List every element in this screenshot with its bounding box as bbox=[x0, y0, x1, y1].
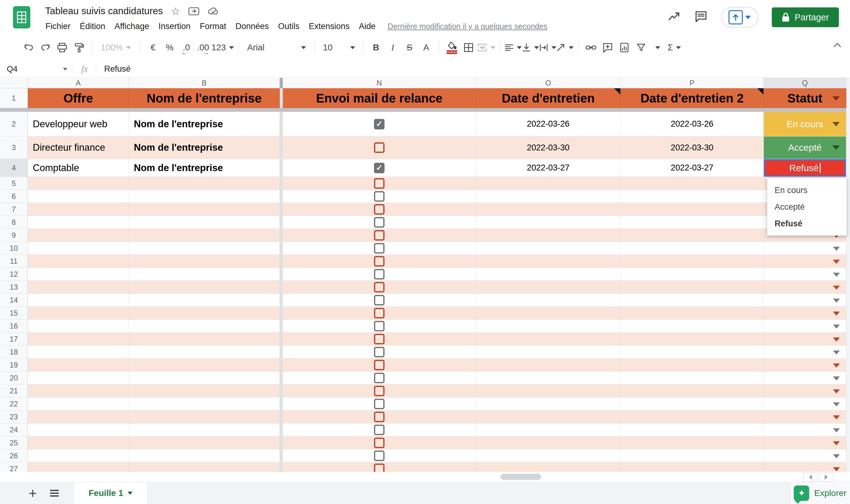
column-header-q[interactable]: Q bbox=[764, 78, 846, 88]
status-dropdown-icon[interactable] bbox=[833, 467, 840, 471]
cell-n14[interactable] bbox=[283, 294, 476, 307]
cell-n9[interactable] bbox=[283, 229, 476, 242]
cell-p15[interactable] bbox=[621, 307, 764, 320]
select-all-corner[interactable] bbox=[0, 78, 28, 88]
cell-o23[interactable] bbox=[476, 410, 621, 424]
cell-a10[interactable] bbox=[28, 242, 129, 255]
cell-o4[interactable]: 2022-03-27 bbox=[476, 159, 621, 177]
status-dropdown-icon[interactable] bbox=[833, 338, 840, 342]
relance-checkbox-row15[interactable] bbox=[374, 308, 384, 319]
cell-p10[interactable] bbox=[621, 242, 764, 255]
cell-a19[interactable] bbox=[28, 359, 129, 372]
relance-checkbox-row7[interactable] bbox=[374, 204, 384, 215]
cell-n15[interactable] bbox=[283, 307, 476, 320]
status-dropdown-icon[interactable] bbox=[833, 441, 840, 445]
cell-n12[interactable] bbox=[283, 268, 476, 281]
header-cell-4[interactable]: Date d'entretien bbox=[476, 88, 621, 108]
column-header-a[interactable]: A bbox=[28, 78, 129, 88]
cell-q12[interactable] bbox=[764, 268, 846, 281]
row-number-8[interactable]: 8 bbox=[0, 216, 28, 229]
menu-donnees[interactable]: Données bbox=[231, 20, 274, 33]
cell-a3[interactable]: Directeur finance bbox=[28, 137, 129, 159]
cell-p26[interactable] bbox=[621, 449, 764, 462]
spreadsheet-grid[interactable]: ABNOPQ1OffreNom de l'entrepriseEnvoi mai… bbox=[0, 78, 846, 472]
relance-checkbox-row23[interactable] bbox=[374, 412, 384, 422]
cell-b23[interactable] bbox=[129, 410, 280, 424]
relance-checkbox-row22[interactable] bbox=[374, 399, 384, 409]
sheet-tab-active[interactable]: Feuille 1 bbox=[74, 482, 147, 504]
status-dropdown-icon[interactable] bbox=[833, 428, 840, 432]
cell-q17[interactable] bbox=[764, 332, 846, 346]
row-number-18[interactable]: 18 bbox=[0, 346, 28, 359]
cell-b17[interactable] bbox=[129, 332, 280, 346]
cell-o11[interactable] bbox=[476, 255, 621, 268]
cell-b21[interactable] bbox=[129, 384, 280, 397]
cell-p7[interactable] bbox=[621, 203, 764, 216]
cell-n22[interactable] bbox=[283, 397, 476, 410]
explore-button[interactable]: ✦ Explorer bbox=[790, 482, 850, 504]
cell-a8[interactable] bbox=[28, 216, 129, 229]
cell-q20[interactable] bbox=[764, 372, 846, 384]
cell-b19[interactable] bbox=[129, 359, 280, 372]
relance-checkbox-row21[interactable] bbox=[374, 386, 384, 396]
relance-checkbox-row20[interactable] bbox=[374, 373, 384, 383]
relance-checkbox-row11[interactable] bbox=[374, 256, 384, 267]
cell-n17[interactable] bbox=[283, 332, 476, 346]
header-cell-1[interactable]: Offre bbox=[28, 88, 129, 108]
status-dropdown-icon[interactable] bbox=[833, 286, 840, 290]
relance-checkbox-row14[interactable] bbox=[374, 295, 384, 305]
text-color-button[interactable]: A bbox=[418, 39, 435, 56]
cell-a13[interactable] bbox=[28, 281, 129, 294]
cell-b26[interactable] bbox=[129, 449, 280, 462]
row-number-20[interactable]: 20 bbox=[0, 372, 28, 384]
cell-n10[interactable] bbox=[283, 242, 476, 255]
status-dropdown-icon[interactable] bbox=[833, 363, 840, 367]
cell-q4[interactable]: Refusé bbox=[764, 159, 846, 177]
menu-affichage[interactable]: Affichage bbox=[110, 20, 154, 33]
cloud-saved-icon[interactable] bbox=[207, 6, 220, 16]
cell-n4[interactable]: ✓ bbox=[283, 159, 476, 177]
row-number-12[interactable]: 12 bbox=[0, 268, 28, 281]
relance-checkbox-row24[interactable] bbox=[374, 425, 384, 435]
header-cell-5[interactable]: Date d'entretien 2 bbox=[621, 88, 764, 108]
cell-o5[interactable] bbox=[476, 177, 621, 190]
cell-n27[interactable] bbox=[283, 462, 476, 472]
format-percent-button[interactable]: % bbox=[161, 39, 178, 56]
relance-checkbox-row3[interactable] bbox=[374, 142, 384, 153]
row-number-10[interactable]: 10 bbox=[0, 242, 28, 255]
cell-n21[interactable] bbox=[283, 384, 476, 397]
relance-checkbox-row18[interactable] bbox=[374, 347, 384, 357]
version-history-icon[interactable] bbox=[668, 11, 681, 23]
paint-format-button[interactable] bbox=[70, 39, 87, 56]
insert-link-button[interactable] bbox=[583, 39, 599, 56]
cell-o20[interactable] bbox=[476, 372, 621, 384]
header-cell-6[interactable]: Statut bbox=[764, 88, 846, 108]
row-number-27[interactable]: 27 bbox=[0, 462, 28, 472]
cell-q26[interactable] bbox=[764, 449, 846, 462]
cell-n18[interactable] bbox=[283, 346, 476, 359]
bold-button[interactable]: B bbox=[368, 39, 384, 56]
share-button[interactable]: Partager bbox=[772, 7, 839, 27]
borders-button[interactable] bbox=[460, 39, 477, 56]
cell-a26[interactable] bbox=[28, 449, 129, 462]
cell-n5[interactable] bbox=[283, 177, 476, 190]
fill-color-button[interactable] bbox=[444, 39, 460, 56]
cell-q18[interactable] bbox=[764, 346, 846, 359]
row-number-19[interactable]: 19 bbox=[0, 359, 28, 372]
relance-checkbox-row10[interactable] bbox=[374, 243, 384, 254]
hidden-columns-divider[interactable] bbox=[280, 78, 283, 88]
cell-p11[interactable] bbox=[621, 255, 764, 268]
cell-q2[interactable]: En cours bbox=[764, 112, 846, 137]
cell-p5[interactable] bbox=[621, 177, 764, 190]
cell-p8[interactable] bbox=[621, 216, 764, 229]
horizontal-scrollbar-thumb[interactable] bbox=[500, 474, 541, 480]
cell-o14[interactable] bbox=[476, 294, 621, 307]
status-chip-row2[interactable]: En cours bbox=[764, 112, 846, 136]
status-chip-row4[interactable]: Refusé bbox=[764, 159, 846, 177]
dropdown-option-accepte[interactable]: Accepté bbox=[767, 199, 847, 215]
vertical-scrollbar[interactable] bbox=[846, 78, 850, 472]
column-header-n[interactable]: N bbox=[283, 78, 476, 88]
cell-b22[interactable] bbox=[129, 397, 280, 410]
cell-a4[interactable]: Comptable bbox=[28, 159, 129, 177]
cell-n26[interactable] bbox=[283, 449, 476, 462]
